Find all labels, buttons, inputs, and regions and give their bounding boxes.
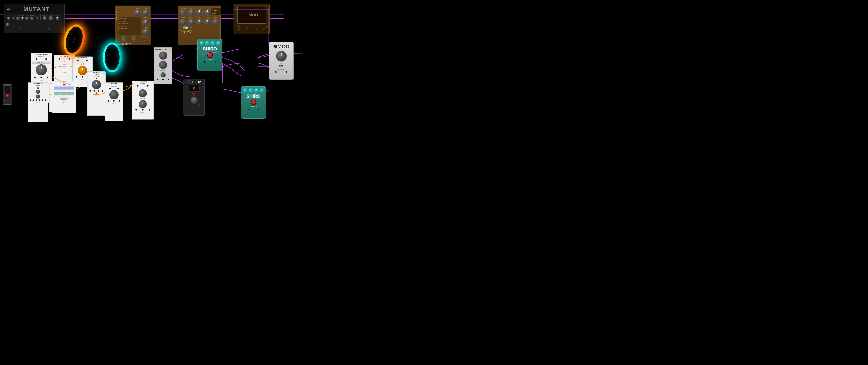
amp-presence-knob[interactable] <box>56 16 59 20</box>
shiro1-knob1[interactable] <box>199 41 204 45</box>
amp-depth-knob[interactable] <box>6 23 9 27</box>
ams-led2 <box>170 49 171 50</box>
drop-knob[interactable] <box>191 97 197 104</box>
amp-model: MUTANT <box>12 6 62 12</box>
type-tank[interactable]: • Tank <box>212 12 220 14</box>
option-damaged-goods[interactable]: • Damaged Goods <box>119 23 141 24</box>
hicut-knob-er[interactable] <box>132 37 136 42</box>
cv-meter-reset-btn[interactable]: RESET <box>60 98 68 101</box>
option-garage-band[interactable]: • Garage Band <box>119 28 141 29</box>
audio-cv-knob2[interactable] <box>36 95 40 99</box>
shiro2-in-port <box>247 108 249 110</box>
wet-knob[interactable] <box>134 9 141 16</box>
wet-plate-label: Wet <box>198 7 200 9</box>
cv-att-main-knob[interactable] <box>36 64 47 75</box>
slew-rise-knob[interactable] <box>138 89 147 97</box>
cv-meter-max-bar <box>54 87 74 90</box>
width-plate-knob[interactable] <box>212 19 219 25</box>
hicut-plate-label: Hi-Cut <box>197 17 201 18</box>
cv-meter-brand: ⊕MOD <box>52 102 75 103</box>
mod-status-bar: ◀ STEREO ◀ II <box>234 26 269 28</box>
shape-knob[interactable] <box>180 19 186 25</box>
locut-plate-label: Lo-Cut <box>189 17 193 18</box>
option-elevator-pitch[interactable]: • Elevator Pitch <box>119 24 141 26</box>
dragonfly-plate-subtitle: Plate ~ Reverb <box>180 33 192 34</box>
on-toggle[interactable] <box>183 26 188 29</box>
ams-knob3[interactable] <box>160 72 166 77</box>
shiro1-knob2[interactable] <box>205 41 210 45</box>
shiro2-knob1[interactable] <box>243 88 248 93</box>
bypass-button-er[interactable] <box>142 37 146 41</box>
audio-cv-out2 <box>32 99 34 101</box>
audio-cv-knob1[interactable] <box>36 90 40 94</box>
damp-knob[interactable] <box>204 19 211 25</box>
drop-led <box>193 95 195 96</box>
ams-vca: AMS VCA HARD GATE <box>154 47 173 84</box>
shiro2-title: SHIRO <box>246 94 260 99</box>
cv-att-out1 <box>34 76 36 78</box>
amp-bass-knob[interactable] <box>21 16 24 20</box>
cv-range-out3 <box>98 90 99 92</box>
type-nested[interactable]: • Nested <box>212 11 220 12</box>
width-knob[interactable] <box>142 28 149 35</box>
amp-treble-knob[interactable] <box>30 16 34 20</box>
dry-knob[interactable] <box>142 9 149 16</box>
type-simple[interactable]: • Simple <box>212 10 220 11</box>
amp-gain-knob[interactable] <box>16 16 20 20</box>
amp-md-knob[interactable] <box>25 16 29 20</box>
shiro2-knob3[interactable] <box>254 88 259 93</box>
shiro1-knob4[interactable] <box>216 41 221 45</box>
cv-gate-out2 <box>113 100 115 102</box>
dry-plate-knob[interactable] <box>204 9 211 16</box>
tuner-display: ♩ <box>5 86 10 93</box>
drop-out <box>198 104 199 106</box>
decay-knob[interactable] <box>188 9 195 16</box>
damp-label: Damp <box>206 17 210 18</box>
shiro1-knob3[interactable] <box>210 41 215 45</box>
cv-meter-in <box>63 84 65 86</box>
option-abrupt-echo[interactable]: • Abrupt Echo <box>119 18 141 19</box>
mod-logo: ⊕MOD <box>245 12 258 18</box>
cv-gate-knob[interactable] <box>110 90 119 99</box>
amp-md-label: MD <box>26 15 28 16</box>
ams-knob1[interactable] <box>159 52 167 60</box>
option-home-studio[interactable]: • Home Studio <box>119 29 141 31</box>
shiro1-footswitch[interactable] <box>207 52 213 58</box>
shiro2-knob2[interactable] <box>248 88 253 93</box>
amp-postgain-label: POSTGAIN <box>42 15 48 16</box>
tuner-note: ♩ <box>7 88 8 90</box>
predelay-knob[interactable] <box>180 9 186 16</box>
amp-volume-knob[interactable] <box>49 16 53 21</box>
option-concert-venue[interactable]: • Concert Venue <box>119 21 141 23</box>
cv-gate-in <box>109 88 111 89</box>
drop-step-label: STEP <box>192 92 196 94</box>
ams-knob2[interactable] <box>159 61 167 69</box>
shiro2-knob4[interactable] <box>259 88 264 93</box>
cv-range-out4 <box>102 90 103 92</box>
dragonfly-er-title: Dragonfly <box>119 42 131 45</box>
sb1-in <box>77 60 79 62</box>
cv-round-params: RightLeftNeitherNeitherLargerSmaller <box>55 60 74 71</box>
option-floor-thirteen[interactable]: • Floor Thirteen <box>119 26 141 28</box>
cv-range-knob[interactable] <box>92 80 101 89</box>
size-knob[interactable] <box>142 19 149 26</box>
stereo-gain-knob[interactable] <box>276 51 287 62</box>
amp-power-label: POWER <box>35 16 39 18</box>
amp-bass-label: BASS <box>21 15 24 16</box>
tuner-footswitch[interactable] <box>5 94 9 98</box>
wet-plate-knob[interactable] <box>196 9 203 16</box>
bypass-label-er: Bypass <box>142 36 146 37</box>
sb1-indicator <box>81 62 84 65</box>
sb1-knob[interactable] <box>78 66 87 75</box>
amp-pregain-knob[interactable] <box>7 17 10 20</box>
audio-cv-out6 <box>45 99 46 101</box>
cv-meter: CV METER MAXIMUM VALUE MINIMUM VALUE RES… <box>52 80 76 113</box>
amp-postgain-knob[interactable] <box>43 16 46 20</box>
amp-power-led <box>37 18 38 19</box>
slew-fall-knob[interactable] <box>138 100 147 108</box>
shiro2-footswitch[interactable] <box>251 99 256 105</box>
locut-knob-er[interactable] <box>122 37 126 42</box>
locut-plate-knob[interactable] <box>188 19 195 25</box>
option-backstage-pass[interactable]: • Backstage Pass <box>119 19 141 21</box>
hicut-plate-knob[interactable] <box>196 19 203 25</box>
